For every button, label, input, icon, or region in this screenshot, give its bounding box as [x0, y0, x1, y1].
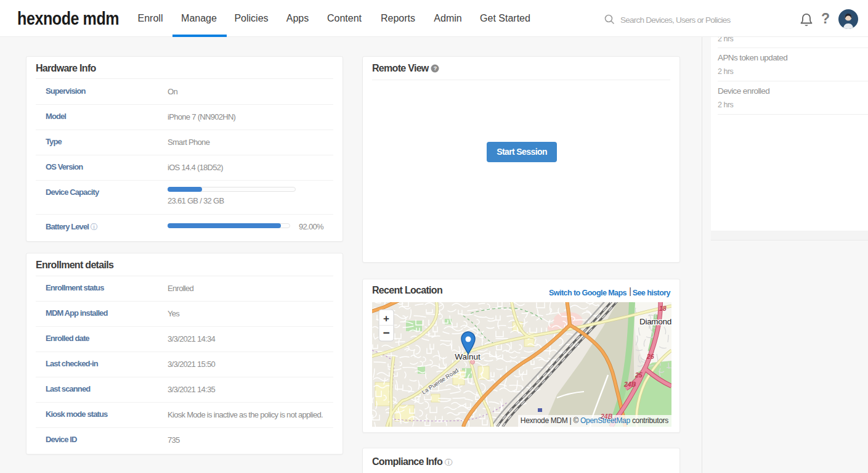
svg-text:−: − [383, 326, 389, 339]
svg-text:Hexnode MDM | © OpenStreetMap: Hexnode MDM | © OpenStreetMap contributo… [521, 416, 668, 425]
svg-text:24B: 24B [623, 380, 636, 388]
svg-text:?: ? [434, 65, 437, 72]
svg-text:Diamond B: Diamond B [639, 317, 671, 326]
svg-text:26: 26 [646, 353, 654, 360]
svg-text:18: 18 [659, 305, 667, 312]
svg-text:+: + [383, 313, 389, 324]
svg-text:25: 25 [635, 371, 643, 379]
